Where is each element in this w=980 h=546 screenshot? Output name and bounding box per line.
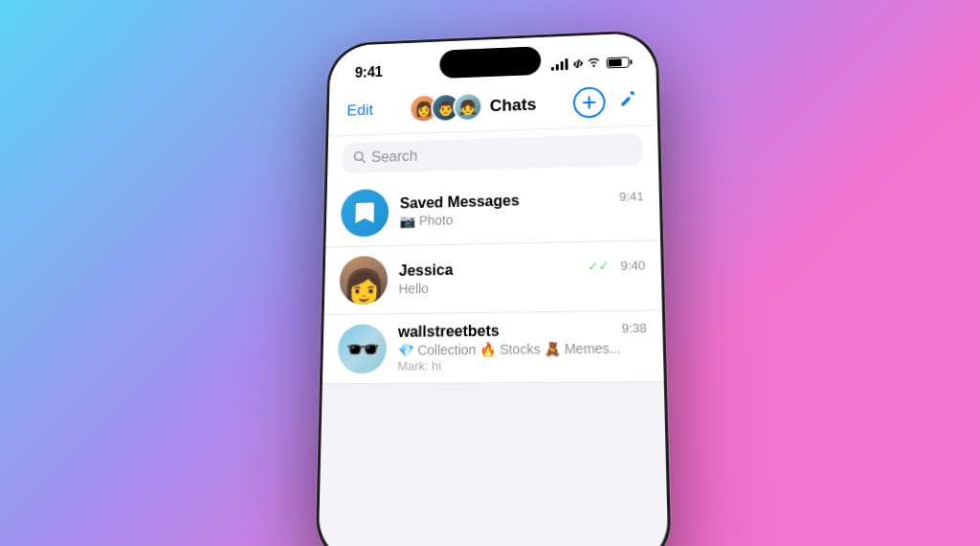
chat-list: Saved Messages 9:41 📷 Photo 👩 xyxy=(323,171,664,384)
saved-messages-content: Saved Messages 9:41 📷 Photo xyxy=(399,189,644,228)
phone-screen: 9:41 𝜱 xyxy=(318,33,668,546)
signal-icon xyxy=(551,59,568,71)
chat-item-saved-messages[interactable]: Saved Messages 9:41 📷 Photo xyxy=(325,171,660,247)
search-icon xyxy=(353,150,367,166)
status-time: 9:41 xyxy=(355,64,383,81)
wsb-time: 9:38 xyxy=(621,321,646,336)
compose-button[interactable] xyxy=(618,89,637,112)
saved-messages-avatar xyxy=(341,189,390,238)
edit-button[interactable]: Edit xyxy=(346,102,373,120)
jessica-header: Jessica ✓✓ 9:40 xyxy=(399,258,646,279)
wsb-header: wallstreetbets 9:38 xyxy=(398,321,647,341)
search-placeholder: Search xyxy=(371,148,418,166)
saved-messages-name: Saved Messages xyxy=(400,193,520,212)
chat-item-wallstreetbets[interactable]: 🕶️ wallstreetbets 9:38 💎 Collection 🔥 St… xyxy=(323,310,664,384)
wsb-avatar: 🕶️ xyxy=(338,324,388,374)
wsb-content: wallstreetbets 9:38 💎 Collection 🔥 Stock… xyxy=(397,321,647,374)
avatar-3: 👧 xyxy=(453,92,482,122)
saved-messages-preview-text: Photo xyxy=(419,213,454,228)
wsb-preview-text: 💎 Collection 🔥 Stocks 🧸 Memes... xyxy=(398,340,621,357)
jessica-avatar: 👩 xyxy=(339,256,388,305)
nav-title: Chats xyxy=(490,95,537,115)
wsb-preview: 💎 Collection 🔥 Stocks 🧸 Memes... xyxy=(398,340,648,358)
read-checkmark: ✓✓ xyxy=(588,259,610,273)
search-bar[interactable]: Search xyxy=(342,133,643,173)
new-group-button[interactable] xyxy=(573,86,606,118)
dynamic-island xyxy=(439,46,541,79)
jessica-name: Jessica xyxy=(399,262,454,280)
phone-wrapper: 9:41 𝜱 xyxy=(308,24,672,546)
avatar-stack: 👩 👨 👧 xyxy=(409,92,482,124)
svg-line-3 xyxy=(362,159,365,162)
jessica-preview: Hello xyxy=(398,277,645,296)
nav-actions xyxy=(573,85,638,119)
phone-frame: 9:41 𝜱 xyxy=(315,30,672,546)
jessica-content: Jessica ✓✓ 9:40 Hello xyxy=(398,258,645,296)
status-icons: 𝜱 xyxy=(551,55,629,72)
wsb-sub-preview: Mark: hi xyxy=(397,356,647,373)
chat-item-jessica[interactable]: 👩 Jessica ✓✓ 9:40 Hello xyxy=(324,240,662,315)
wsb-name: wallstreetbets xyxy=(398,323,500,341)
wsb-sub-preview-text: Mark: hi xyxy=(397,358,441,373)
nav-center: 👩 👨 👧 Chats xyxy=(409,90,536,124)
wifi-icon: 𝜱 xyxy=(574,57,601,72)
jessica-preview-text: Hello xyxy=(398,281,428,296)
jessica-time: 9:40 xyxy=(620,258,645,272)
saved-messages-time: 9:41 xyxy=(619,189,644,203)
battery-icon xyxy=(607,57,630,68)
